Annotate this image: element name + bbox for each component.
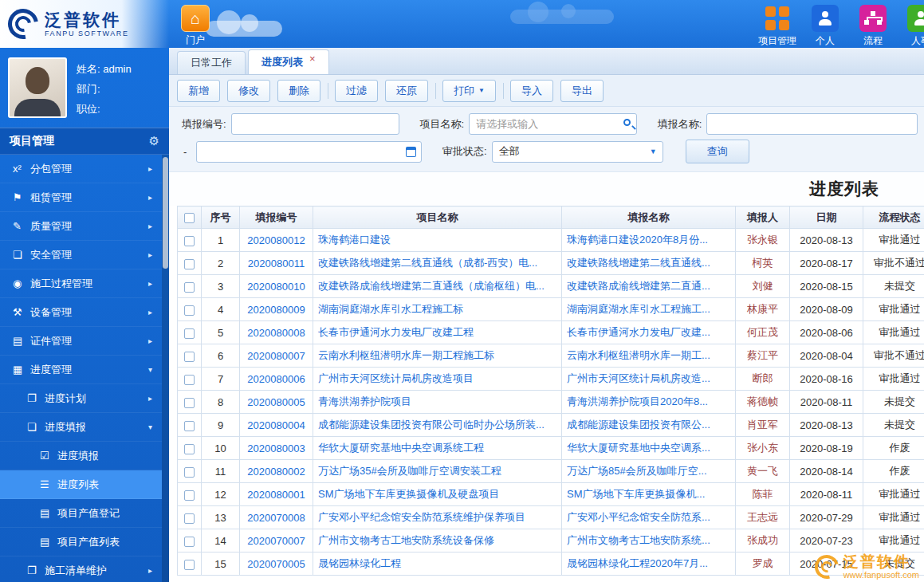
project-name-input[interactable] <box>469 113 637 135</box>
top-nav-personal[interactable]: 个人 <box>801 5 849 48</box>
select-all-checkbox[interactable] <box>184 213 195 223</box>
report-code-link[interactable]: 2020070005 <box>247 558 305 570</box>
search-icon[interactable] <box>623 119 631 126</box>
top-nav-project-management[interactable]: 项目管理 <box>753 5 801 48</box>
sidebar-item-output-register[interactable]: ▤项目产值登记 <box>0 499 162 528</box>
sidebar-item-safety[interactable]: ❏安全管理▸ <box>0 241 162 269</box>
project-name-link[interactable]: 长春市伊通河水力发电厂改建工程 <box>318 326 474 338</box>
report-code-link[interactable]: 2020080010 <box>247 281 305 293</box>
report-name-link[interactable]: 华软大厦研究基地中央空调系... <box>567 442 710 454</box>
column-header[interactable]: 填报名称 <box>562 206 736 229</box>
report-name-link[interactable]: 成都能源建设集团投资有限公... <box>567 419 710 431</box>
project-name-link[interactable]: 改建铁路线增建第二线直通线（成都-西安）电... <box>318 257 537 269</box>
row-checkbox[interactable] <box>184 560 195 570</box>
scrollbar-thumb[interactable] <box>163 157 168 269</box>
import-button[interactable]: 导入 <box>510 80 553 102</box>
report-name-link[interactable]: SM广场地下车库更换摄像机... <box>567 488 705 500</box>
top-nav-workflow[interactable]: 流程 <box>849 5 897 48</box>
add-button[interactable]: 新增 <box>177 80 220 102</box>
report-code-link[interactable]: 2020080012 <box>247 234 305 246</box>
row-checkbox[interactable] <box>184 537 195 547</box>
row-checkbox[interactable] <box>184 352 195 362</box>
column-header[interactable]: 日期 <box>790 206 863 229</box>
sidebar-item-certificate[interactable]: ▤证件管理▸ <box>0 327 162 356</box>
project-name-link[interactable]: 晟铭园林绿化工程 <box>318 557 401 569</box>
delete-button[interactable]: 删除 <box>277 80 320 102</box>
row-checkbox[interactable] <box>184 236 195 246</box>
project-name-link[interactable]: 湖南洞庭湖水库引水工程施工标 <box>318 303 463 315</box>
filter-button[interactable]: 过滤 <box>335 80 378 102</box>
sidebar-item-subcontract[interactable]: x²分包管理▸ <box>0 155 162 183</box>
report-name-link[interactable]: 长春市伊通河水力发电厂改建... <box>567 326 710 338</box>
project-name-link[interactable]: 华软大厦研究基地中央空调系统工程 <box>318 442 484 454</box>
row-checkbox[interactable] <box>184 282 195 293</box>
column-header[interactable]: 填报编号 <box>240 206 313 229</box>
project-name-link[interactable]: 广州市天河区统计局机房改造项目 <box>318 372 474 384</box>
edit-button[interactable]: 修改 <box>227 80 270 102</box>
report-code-link[interactable]: 2020080001 <box>247 489 305 501</box>
project-name-link[interactable]: 成都能源建设集团投资有限公司临时办公场所装... <box>318 419 545 431</box>
sidebar-section-title[interactable]: 项目管理 ⚙ <box>0 128 169 155</box>
row-checkbox[interactable] <box>184 259 195 269</box>
sidebar-scrollbar[interactable] <box>162 155 169 582</box>
row-checkbox[interactable] <box>184 328 195 339</box>
row-checkbox[interactable] <box>184 467 195 478</box>
project-name-link[interactable]: 珠海鹤港口建设 <box>318 234 391 246</box>
approval-status-select[interactable]: 全部 ▼ <box>492 141 663 163</box>
project-name-link[interactable]: 广安邓小平纪念馆安全防范系统维护保养项目 <box>318 511 525 523</box>
report-no-input[interactable] <box>231 113 399 135</box>
sidebar-item-progress-list[interactable]: ☰进度列表 <box>0 470 162 499</box>
project-name-link[interactable]: 云南水利枢纽潜明水库一期工程施工标 <box>318 349 494 361</box>
column-header[interactable]: 流程状态 <box>863 206 924 229</box>
sidebar-item-lease[interactable]: ⚑租赁管理▸ <box>0 183 162 212</box>
portal-button[interactable]: ⌂ 门户 <box>177 5 214 47</box>
tab-daily-work[interactable]: 日常工作 <box>177 51 246 74</box>
sidebar-item-progress-fill-entry[interactable]: ☑进度填报 <box>0 442 162 470</box>
sidebar-item-construction-list-maintain[interactable]: ❐施工清单维护▸ <box>0 556 162 582</box>
report-code-link[interactable]: 2020080003 <box>247 442 305 454</box>
query-button[interactable]: 查询 <box>686 140 749 163</box>
report-name-link[interactable]: 改建铁路线增建第二线直通线... <box>567 257 710 269</box>
row-checkbox[interactable] <box>184 444 195 454</box>
report-code-link[interactable]: 2020080009 <box>247 304 305 316</box>
print-button[interactable]: 打印▼ <box>442 80 496 102</box>
report-code-link[interactable]: 2020070007 <box>247 535 305 547</box>
project-name-link[interactable]: 万达广场35#会所及咖啡厅空调安装工程 <box>318 465 501 477</box>
row-checkbox[interactable] <box>184 490 195 501</box>
report-name-link[interactable]: 青海洪湖养护院项目2020年8... <box>567 395 708 407</box>
export-button[interactable]: 导出 <box>560 80 604 102</box>
sidebar-item-progress-fill[interactable]: ❏进度填报▾ <box>0 413 162 442</box>
report-name-link[interactable]: 晟铭园林绿化工程2020年7月... <box>567 557 708 569</box>
sidebar-item-output-list[interactable]: ▤项目产值列表 <box>0 528 162 556</box>
restore-button[interactable]: 还原 <box>385 80 428 102</box>
report-code-link[interactable]: 2020080011 <box>248 258 305 269</box>
report-code-link[interactable]: 2020080008 <box>247 327 305 339</box>
report-name-link[interactable]: 改建铁路成渝线增建第二直通... <box>567 280 710 292</box>
row-checkbox[interactable] <box>184 305 195 316</box>
project-name-link[interactable]: SM广场地下车库更换摄像机及硬盘项目 <box>318 488 500 500</box>
report-name-link[interactable]: 广州市天河区统计局机房改造... <box>567 372 710 384</box>
row-checkbox[interactable] <box>184 513 195 524</box>
column-header[interactable]: 项目名称 <box>313 206 562 229</box>
report-code-link[interactable]: 2020080006 <box>247 373 305 385</box>
report-code-link[interactable]: 2020070008 <box>247 512 305 524</box>
close-icon[interactable]: × <box>309 53 316 64</box>
project-name-link[interactable]: 广州市文物考古工地安防系统设备保修 <box>318 534 494 546</box>
report-name-link[interactable]: 湖南洞庭湖水库引水工程施工... <box>567 303 710 315</box>
column-header[interactable]: 序号 <box>202 206 240 229</box>
sidebar-item-equipment[interactable]: ⚒设备管理▸ <box>0 298 162 327</box>
top-nav-hr[interactable]: 人事 <box>897 5 924 48</box>
row-checkbox[interactable] <box>184 375 195 385</box>
report-name-link[interactable]: 万达广场85#会所及咖啡厅空... <box>567 465 707 477</box>
report-code-link[interactable]: 2020080005 <box>247 396 305 408</box>
sidebar-item-progress[interactable]: ▦进度管理▾ <box>0 356 162 384</box>
date-input[interactable] <box>196 141 422 163</box>
report-name-link[interactable]: 广安邓小平纪念馆安全防范系... <box>567 511 710 523</box>
project-name-link[interactable]: 青海洪湖养护院项目 <box>318 395 411 407</box>
sidebar-item-progress-plan[interactable]: ❐进度计划▸ <box>0 384 162 413</box>
sidebar-item-quality[interactable]: ✎质量管理▸ <box>0 212 162 241</box>
column-header[interactable]: 填报人 <box>736 206 790 229</box>
calendar-icon[interactable] <box>406 147 416 157</box>
report-name-input[interactable] <box>706 113 918 135</box>
row-checkbox[interactable] <box>184 421 195 431</box>
